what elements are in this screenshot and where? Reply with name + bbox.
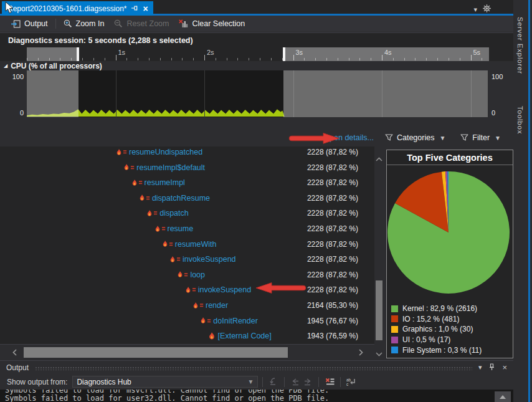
next-message-icon[interactable] [302,376,314,388]
tree-node-name[interactable]: render [206,301,228,310]
scrollbar-thumb[interactable] [24,347,288,358]
auto-hide-pin-icon[interactable] [488,362,495,373]
reset-zoom-button[interactable]: Reset Zoom [109,17,174,30]
tree-row[interactable]: dispatchResume2228 (87,82 %) [0,191,374,206]
tree-node-name[interactable]: dispatchResume [152,194,210,203]
tree-node-name[interactable]: resumeWith [175,240,217,249]
document-tab[interactable]: Report20210305-1601.diagsession* × [2,1,153,16]
tree-row[interactable]: resumeImpl$default2228 (87,82 %) [0,160,374,175]
selection-handle-right[interactable] [283,47,285,61]
zoom-in-button[interactable]: Zoom In [59,17,110,30]
legend-item: UI : 0,5 % (17) [391,335,510,345]
details-bar: Open details... Categories ▼ Filter ▼ [0,118,513,146]
hot-flame-icon [116,149,122,156]
tree-node-name[interactable]: resume [168,224,194,233]
tree-row[interactable]: resumeUndispatched2228 (87,82 %) [0,146,374,160]
toolbar-separator [284,377,285,387]
previous-message-icon[interactable] [289,376,302,388]
funnel-icon [385,134,393,141]
categories-dropdown[interactable]: Categories ▼ [385,133,445,142]
hot-flame-icon [177,271,183,278]
close-icon[interactable]: × [143,5,148,12]
scroll-right-icon[interactable] [356,347,365,358]
tree-node-value: 2228 (87,82 %) [307,148,358,156]
tree-row[interactable]: resumeWith2228 (87,82 %) [0,237,374,252]
clear-selection-button[interactable]: Clear Selection [174,17,250,30]
hot-path-icon [177,271,188,278]
sidebar-tab-toolbox[interactable]: Toolbox [516,106,524,134]
tree-node-name[interactable]: doInitRender [213,317,258,325]
gear-icon[interactable] [483,4,491,15]
legend-label: UI : 0,5 % (17) [402,335,450,344]
scrollbar-thumb[interactable] [376,280,382,340]
tree-node-name[interactable]: invokeSuspend [183,255,235,264]
ruler-tick [204,55,205,60]
legend-item: IO : 15,2 % (481) [391,314,510,325]
selection-handle-left[interactable] [77,47,79,61]
pin-icon[interactable] [131,3,138,14]
hot-flame-icon [185,287,191,294]
output-button[interactable]: Output [6,17,53,30]
tree-row[interactable]: invokeSuspend2228 (87,82 %) [0,282,374,297]
tree-node-value: 2228 (87,82 %) [307,224,358,233]
tree-node-name[interactable]: invokeSuspend [198,285,251,294]
tree-row[interactable]: render2164 (85,30 %) [0,298,374,313]
filter-dropdown[interactable]: Filter ▼ [460,133,501,142]
hot-path-dash-icon [177,257,181,262]
tree-node-name[interactable]: loop [190,270,205,279]
hot-flame-icon [154,226,161,232]
window-edge-accent [528,0,530,402]
cpu-utilization-chart[interactable]: 100 0 100 0 [0,70,513,118]
annotation-arrow-left-icon [254,281,308,295]
tree-horizontal-scrollbar[interactable] [0,344,374,360]
tree-node-value: 2228 (87,82 %) [307,285,358,294]
scroll-up-icon[interactable] [374,155,384,163]
ruler-tick [216,58,216,60]
output-console[interactable]: Symbols failed to load for msvcrt.dll. C… [0,390,513,402]
tree-node-name[interactable]: [External Code] [218,332,272,340]
toolbar-separator [318,377,319,387]
scroll-left-icon[interactable] [10,347,19,358]
legend-item: Graphics : 1,0 % (30) [391,324,510,335]
hot-flame-icon [131,179,138,186]
tree-node-name[interactable]: resumeImpl$default [136,163,205,172]
tree-row[interactable]: resumeImpl2228 (87,82 %) [0,175,374,190]
sidebar-tab-server-explorer[interactable]: Server Explorer [516,17,524,74]
reset-zoom-icon [114,19,123,28]
hot-path-dash-icon [184,272,188,277]
tree-row[interactable]: doInitRender1945 (76,67 %) [0,313,374,328]
collapse-triangle-icon[interactable]: ◢ [4,63,7,69]
legend-swatch [391,337,398,343]
tree-node-name[interactable]: dispatch [159,209,189,218]
funnel-icon [460,134,468,141]
cpu-plot-area[interactable] [27,70,488,117]
tree-row[interactable]: resume2228 (87,82 %) [0,221,374,236]
legend-swatch [391,315,398,322]
window-position-chevron-icon[interactable]: ▾ [478,363,482,371]
tree-vertical-scrollbar[interactable] [374,146,384,360]
ruler-tick [182,58,183,60]
chevron-down-icon: ▼ [439,135,445,141]
timeline-ruler[interactable]: 1s2s3s4s5s [0,47,513,61]
scroll-down-icon[interactable] [374,350,384,358]
tree-row[interactable]: loop2228 (87,82 %) [0,267,374,282]
output-panel-header[interactable]: Output ▾ × [0,361,513,374]
hot-flame-icon [162,241,168,247]
tree-node-name[interactable]: resumeUndispatched [129,148,202,156]
panel-grip[interactable] [35,366,472,370]
console-scroll-up-button[interactable] [495,391,511,402]
tree-row[interactable]: dispatch2228 (87,82 %) [0,206,374,221]
clear-all-icon[interactable] [323,376,336,388]
tree-node-name[interactable]: resumeImpl [145,178,185,187]
output-source-combobox[interactable]: Diagnostics Hub ▼ [72,376,258,388]
word-wrap-icon[interactable]: abc [345,376,358,388]
close-panel-icon[interactable]: × [502,363,507,372]
tree-row[interactable]: [External Code]1943 (76,59 %) [0,328,374,343]
tree-node-value: 1945 (76,67 %) [307,317,358,325]
go-to-message-icon[interactable] [267,376,280,388]
tree-row[interactable]: invokeSuspend2228 (87,82 %) [0,252,374,267]
filter-label: Filter [472,133,490,142]
ruler-tick [105,58,105,60]
chevron-down-icon[interactable]: ▾ [473,6,477,14]
cpu-graph-header[interactable]: ◢ CPU (% of all processors) [0,61,513,70]
